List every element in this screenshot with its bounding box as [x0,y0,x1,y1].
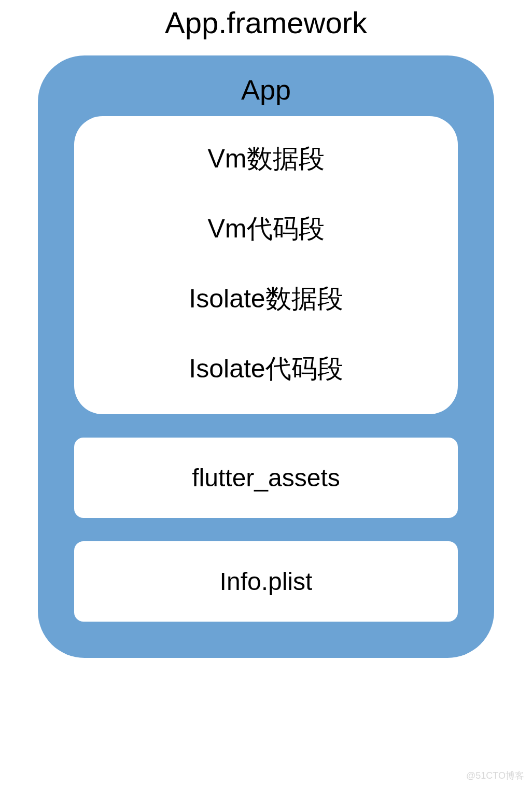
app-item-vm-code: Vm代码段 [95,212,437,246]
flutter-assets-box: flutter_assets [74,438,458,518]
app-box: Vm数据段 Vm代码段 Isolate数据段 Isolate代码段 [74,116,458,414]
app-item-isolate-data: Isolate数据段 [95,282,437,316]
app-section-title: App [74,74,458,106]
app-item-vm-data: Vm数据段 [95,142,437,176]
app-item-isolate-code: Isolate代码段 [95,352,437,386]
info-plist-box: Info.plist [74,541,458,622]
page-title: App.framework [0,0,532,55]
watermark: @51CTO博客 [466,769,524,782]
framework-container: App Vm数据段 Vm代码段 Isolate数据段 Isolate代码段 fl… [38,55,494,658]
